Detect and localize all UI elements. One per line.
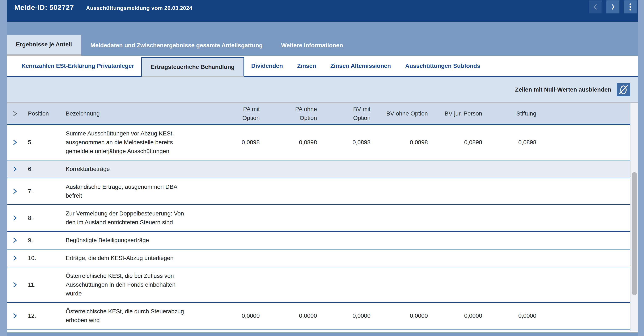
chevron-left-icon — [592, 3, 599, 11]
subtab-ausschuettungen-subfonds[interactable]: Ausschüttungen Subfonds — [398, 63, 488, 69]
table-header-row: Position Bezeichnung PA mit Option PA oh… — [7, 103, 630, 125]
table-row[interactable]: 8. Zur Vermeidung der Doppelbesteuerung:… — [7, 205, 630, 232]
bezeichnung-cell: Zur Vermeidung der Doppelbesteuerung: Vo… — [54, 209, 204, 227]
bezeichnung-cell: Österreichische KESt, die durch Steuerab… — [54, 307, 204, 325]
title-bar: Melde-ID: 502727 Ausschüttungsmeldung vo… — [7, 0, 638, 22]
title-group: Melde-ID: 502727 Ausschüttungsmeldung vo… — [14, 0, 192, 12]
bezeichnung-cell: Korrekturbeträge — [54, 165, 204, 173]
subtab-zinsen-altemissionen[interactable]: Zinsen Altemissionen — [323, 63, 398, 69]
col-header-bv-ohne-option: BV ohne Option — [372, 109, 429, 118]
table-toolbar: Zeilen mit Null-Werten ausblenden — [7, 77, 638, 103]
bezeichnung-cell: Ausländische Erträge, ausgenommen DBA be… — [54, 182, 204, 200]
col-header-pa-mit-option: PA mit Option — [204, 105, 261, 122]
prev-report-button[interactable] — [589, 1, 602, 14]
table-row[interactable]: 11. Österreichische KESt, die bei Zuflus… — [7, 267, 630, 303]
value-cell: 0,0898 — [261, 138, 318, 147]
position-cell: 5. — [21, 139, 54, 146]
col-header-bezeichnung: Bezeichnung — [54, 109, 204, 118]
tab-meldedaten[interactable]: Meldedaten und Zwischenergebnisse gesamt… — [81, 35, 272, 56]
more-menu-button[interactable] — [624, 1, 637, 14]
table-row[interactable]: 7. Ausländische Erträge, ausgenommen DBA… — [7, 178, 630, 205]
expand-row-icon[interactable] — [12, 166, 18, 172]
zero-slash-icon — [617, 83, 630, 96]
expand-row-icon[interactable] — [12, 281, 18, 288]
expand-row-icon[interactable] — [12, 188, 18, 195]
table-region: Position Bezeichnung PA mit Option PA oh… — [7, 103, 638, 331]
page-subtitle: Ausschüttungsmeldung vom 26.03.2024 — [86, 5, 192, 11]
bezeichnung-cell: Begünstigte Beteiligungserträge — [54, 236, 204, 245]
col-header-pa-ohne-option: PA ohne Option — [261, 105, 318, 122]
value-cell: 0,0898 — [318, 138, 372, 147]
hide-zero-rows-label: Zeilen mit Null-Werten ausblenden — [515, 86, 611, 93]
position-cell: 7. — [21, 188, 54, 195]
subtab-ertragsteuerliche-behandlung[interactable]: Ertragsteuerliche Behandlung — [141, 57, 244, 77]
report-nav — [589, 0, 637, 14]
expand-all-icon[interactable] — [12, 110, 18, 117]
right-edge-strip — [638, 0, 644, 336]
expand-row-icon[interactable] — [12, 237, 18, 244]
col-header-bv-jur-person: BV jur. Person — [429, 109, 484, 118]
value-cell: 0,0898 — [484, 138, 538, 147]
expand-row-icon[interactable] — [12, 215, 18, 221]
value-cell: 0,0898 — [204, 138, 261, 147]
sub-tabs: Kennzahlen ESt-Erklärung Privatanleger E… — [7, 56, 638, 77]
subtab-kennzahlen[interactable]: Kennzahlen ESt-Erklärung Privatanleger — [14, 63, 141, 69]
value-cell: 0,0000 — [204, 311, 261, 320]
value-cell: 0,0000 — [429, 311, 484, 320]
subtab-dividenden[interactable]: Dividenden — [244, 63, 290, 69]
page-title: Melde-ID: 502727 — [14, 3, 74, 12]
position-cell: 11. — [21, 281, 54, 288]
tab-weitere-informationen[interactable]: Weitere Informationen — [272, 35, 352, 56]
expand-row-icon[interactable] — [12, 255, 18, 261]
expand-row-icon[interactable] — [12, 312, 18, 319]
value-cell: 0,0898 — [372, 138, 429, 147]
scrollbar-thumb[interactable] — [632, 172, 637, 295]
value-cell: 0,0000 — [261, 311, 318, 320]
expand-row-icon[interactable] — [12, 139, 18, 146]
hide-zero-rows-button[interactable] — [617, 83, 630, 96]
position-cell: 9. — [21, 237, 54, 244]
table-row[interactable]: 10. Erträge, die dem KESt-Abzug unterlie… — [7, 249, 630, 267]
value-cell: 0,0000 — [372, 311, 429, 320]
col-header-bv-mit-option: BV mit Option — [318, 105, 372, 122]
subtab-zinsen[interactable]: Zinsen — [290, 63, 323, 69]
chevron-right-icon — [610, 3, 616, 11]
next-report-button[interactable] — [606, 1, 620, 14]
bezeichnung-cell: Österreichische KESt, die bei Zufluss vo… — [54, 271, 204, 298]
position-cell: 12. — [21, 312, 54, 319]
position-cell: 8. — [21, 215, 54, 221]
bezeichnung-cell: Summe Ausschüttungen vor Abzug KESt, aus… — [54, 129, 204, 156]
kebab-menu-icon — [629, 3, 632, 11]
table-row[interactable]: 12. Österreichische KESt, die durch Steu… — [7, 303, 630, 329]
col-header-position: Position — [21, 110, 54, 117]
value-cell: 0,0000 — [484, 311, 538, 320]
position-cell: 6. — [21, 166, 54, 172]
tab-ergebnisse-je-anteil[interactable]: Ergebnisse je Anteil — [7, 35, 81, 56]
value-cell: 0,0000 — [318, 311, 372, 320]
value-cell: 0,0898 — [429, 138, 484, 147]
table-row[interactable]: 9. Begünstigte Beteiligungserträge — [7, 232, 630, 249]
left-edge-strip — [0, 0, 7, 336]
results-table: Position Bezeichnung PA mit Option PA oh… — [7, 103, 630, 331]
table-body: 5. Summe Ausschüttungen vor Abzug KESt, … — [7, 125, 630, 329]
vertical-scrollbar[interactable] — [630, 103, 638, 331]
content-panel: Kennzahlen ESt-Erklärung Privatanleger E… — [7, 56, 638, 332]
table-row[interactable]: 5. Summe Ausschüttungen vor Abzug KESt, … — [7, 125, 630, 160]
main-tabs: Ergebnisse je Anteil Meldedaten und Zwis… — [7, 35, 352, 56]
bezeichnung-cell: Erträge, die dem KESt-Abzug unterliegen — [54, 254, 204, 262]
col-header-stiftung: Stiftung — [484, 109, 538, 118]
table-row[interactable]: 6. Korrekturbeträge — [7, 160, 630, 178]
position-cell: 10. — [21, 255, 54, 261]
